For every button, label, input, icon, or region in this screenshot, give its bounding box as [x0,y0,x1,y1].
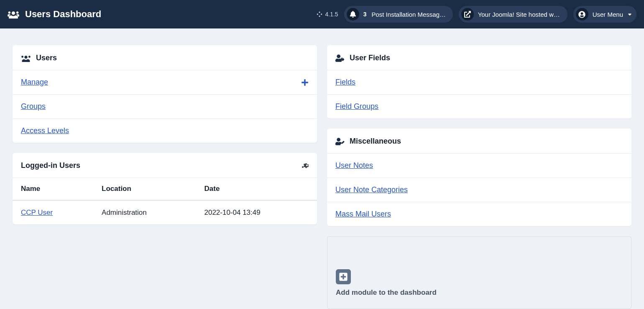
logged-in-table: Name Location Date CCP User Administrati… [13,178,317,224]
mass-mail-link[interactable]: Mass Mail Users [335,210,391,219]
add-user-button[interactable] [301,79,309,86]
access-levels-link[interactable]: Access Levels [21,126,69,135]
logged-user-date: 2022-10-04 13:49 [196,201,317,225]
col-location: Location [93,178,196,201]
add-module-label: Add module to the dashboard [336,288,623,297]
user-tag-icon [335,54,345,62]
users-card: Users Manage Groups Access Levels [13,45,317,143]
user-fields-card: User Fields Fields Field Groups [327,45,631,118]
users-card-title: Users [36,54,57,62]
add-module-card[interactable]: Add module to the dashboard [327,236,631,309]
user-note-categories-row: User Note Categories [327,178,631,202]
chevron-down-icon [627,12,632,17]
misc-title: Miscellaneous [350,137,401,146]
user-menu-label: User Menu [593,11,623,18]
post-install-messages-button[interactable]: 3 Post Installation Messages [344,6,453,23]
users-icon [8,10,19,19]
user-notes-row: User Notes [327,153,631,178]
misc-header: Miscellaneous [327,129,631,153]
bell-icon [347,8,359,21]
users-icon [21,54,31,62]
user-menu-button[interactable]: User Menu [573,6,636,23]
plus-square-icon [336,269,351,284]
logged-in-title: Logged-in Users [21,161,80,170]
col-date: Date [196,178,317,201]
users-card-header: Users [13,45,317,70]
post-install-label: Post Installation Messages [371,11,446,18]
groups-row: Groups [13,94,317,118]
external-link-icon [461,8,474,21]
access-levels-row: Access Levels [13,118,317,143]
user-circle-icon [576,8,588,21]
fields-link[interactable]: Fields [335,78,355,87]
field-groups-row: Field Groups [327,94,631,118]
logged-user-link[interactable]: CCP User [21,209,53,216]
page-title-wrap: Users Dashboard [8,9,310,20]
version-text: 4.1.5 [325,11,338,18]
manage-link[interactable]: Manage [21,78,48,87]
groups-link[interactable]: Groups [21,102,46,111]
frontend-link-button[interactable]: Your Joomla! Site hosted wit... [459,6,567,23]
user-notes-link[interactable]: User Notes [335,161,373,170]
user-fields-header: User Fields [327,45,631,70]
user-note-categories-link[interactable]: User Note Categories [335,185,408,194]
table-header-row: Name Location Date [13,178,317,201]
page-title: Users Dashboard [25,9,101,20]
dashboard-content: Users Manage Groups Access Levels Logged… [0,28,644,309]
col-name: Name [13,178,93,201]
manage-row: Manage [13,70,317,94]
fields-row: Fields [327,70,631,94]
logged-in-users-card: Logged-in Users Name Location Date CCP U [13,153,317,224]
user-fields-title: User Fields [350,54,390,62]
top-bar: Users Dashboard 4.1.5 3 Post Installatio… [0,0,644,28]
version-indicator: 4.1.5 [316,11,338,18]
mass-mail-row: Mass Mail Users [327,202,631,226]
right-column: User Fields Fields Field Groups Miscella… [327,45,631,309]
module-settings-button[interactable] [300,162,309,170]
left-column: Users Manage Groups Access Levels Logged… [13,45,317,309]
logged-user-location: Administration [93,201,196,225]
notification-count: 3 [363,11,368,18]
joomla-icon [316,11,323,18]
logged-in-header: Logged-in Users [13,153,317,178]
frontend-link-label: Your Joomla! Site hosted wit... [478,11,561,18]
user-edit-icon [335,137,345,146]
field-groups-link[interactable]: Field Groups [335,102,378,111]
misc-card: Miscellaneous User Notes User Note Categ… [327,129,631,226]
table-row: CCP User Administration 2022-10-04 13:49 [13,201,317,225]
